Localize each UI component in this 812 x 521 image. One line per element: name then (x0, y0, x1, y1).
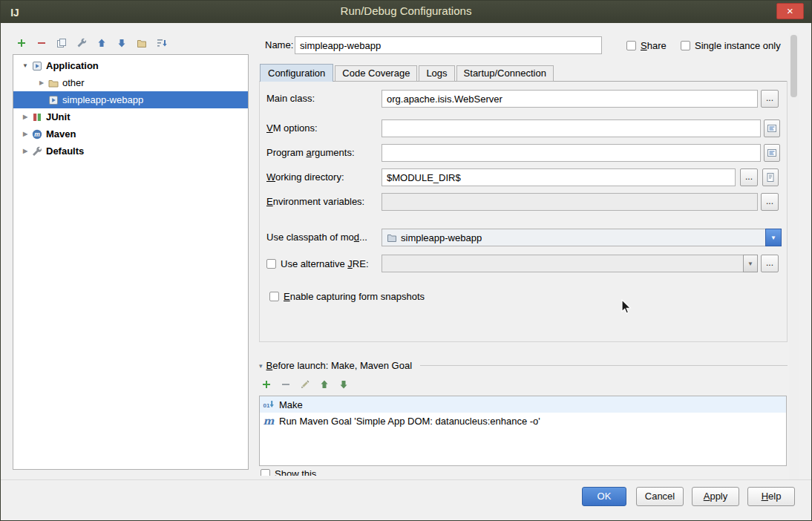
before-launch-section: ▾ Before launch: Make, Maven Goal (259, 360, 788, 371)
classpath-dropdown-button[interactable]: ▼ (765, 229, 782, 246)
ellipsis-icon: ... (766, 196, 773, 206)
sort-configurations-button[interactable] (156, 37, 168, 49)
before-launch-move-up-button[interactable] (318, 379, 330, 390)
before-launch-item-make[interactable]: 01 Make (260, 396, 786, 413)
svg-text:01: 01 (263, 402, 270, 409)
ellipsis-icon: ... (766, 93, 773, 103)
checkbox-box (261, 469, 270, 476)
expand-editor-icon (767, 123, 777, 134)
working-directory-input[interactable] (382, 168, 736, 186)
environment-variables-input[interactable] (382, 193, 758, 211)
tree-item-other[interactable]: ▶ other (13, 74, 248, 91)
vm-options-expand-button[interactable] (764, 119, 780, 137)
before-launch-add-button[interactable] (261, 379, 272, 390)
section-collapse-icon[interactable]: ▾ (259, 362, 263, 370)
insert-macro-button[interactable] (762, 168, 779, 186)
tree-item-application[interactable]: ▼ Application (13, 57, 248, 74)
alternative-jre-value[interactable] (382, 255, 743, 272)
before-launch-toolbar (261, 378, 350, 391)
copy-configuration-button[interactable] (56, 37, 68, 49)
checkbox-box (681, 41, 690, 50)
share-checkbox[interactable]: Share (626, 36, 667, 54)
vm-options-input[interactable] (382, 119, 761, 137)
main-class-input[interactable] (382, 90, 758, 108)
single-instance-checkbox[interactable]: Single instance only (681, 36, 781, 54)
cancel-button[interactable]: Cancel (636, 487, 684, 506)
working-directory-browse-button[interactable]: ... (740, 168, 758, 186)
before-launch-item-maven-goal[interactable]: m Run Maven Goal 'Simple App DOM: datanu… (260, 413, 786, 429)
ok-button[interactable]: OK (582, 487, 626, 506)
enable-snapshots-checkbox[interactable]: Enable capturing form snapshots (269, 287, 425, 305)
footer-divider (1, 479, 811, 480)
wrench-icon (76, 38, 87, 48)
pencil-icon (300, 379, 310, 390)
tab-startup-connection[interactable]: Startup/Connection (456, 65, 554, 82)
mouse-cursor (621, 299, 632, 315)
arrow-down-icon (117, 38, 127, 48)
tree-item-maven[interactable]: ▶ m Maven (13, 125, 248, 142)
single-instance-label: Single instance only (695, 40, 781, 51)
tree-item-simpleapp-webapp[interactable]: ▶ simpleapp-webapp (13, 91, 248, 108)
show-this-page-row: Show this (261, 468, 498, 476)
expand-editor-icon (767, 148, 777, 158)
ellipsis-icon: ... (745, 171, 753, 182)
chevron-collapsed-icon[interactable]: ▶ (19, 131, 31, 137)
tree-item-label: Maven (46, 128, 76, 140)
before-launch-title: Before launch: Make, Maven Goal (266, 360, 413, 371)
tree-item-label: simpleapp-webapp (62, 94, 143, 105)
svg-text:m: m (34, 131, 40, 138)
name-input[interactable] (295, 36, 602, 54)
tab-code-coverage[interactable]: Code Coverage (335, 65, 417, 82)
jre-dropdown-button[interactable]: ▼ (743, 255, 758, 272)
vm-options-label: VM options: (266, 119, 318, 137)
before-launch-move-down-button[interactable] (338, 379, 350, 390)
vertical-scrollbar[interactable] (789, 33, 799, 479)
help-button[interactable]: Help (747, 487, 795, 506)
main-class-label: Main class: (266, 90, 315, 108)
program-arguments-input[interactable] (382, 144, 761, 162)
create-folder-button[interactable] (136, 37, 148, 49)
edit-defaults-button[interactable] (76, 37, 88, 49)
tree-item-defaults[interactable]: ▶ Defaults (13, 142, 248, 160)
configurations-tree: ▼ Application ▶ other ▶ simpleapp-webapp… (13, 54, 249, 470)
chevron-expanded-icon[interactable]: ▼ (19, 62, 31, 69)
main-class-browse-button[interactable]: ... (761, 90, 779, 108)
minus-icon (36, 38, 47, 48)
chevron-down-icon: ▼ (770, 235, 776, 241)
environment-variables-browse-button[interactable]: ... (761, 193, 779, 211)
before-launch-list: 01 Make m Run Maven Goal 'Simple App DOM… (259, 396, 787, 466)
use-alternative-jre-checkbox[interactable]: Use alternative JRE: (266, 255, 369, 272)
run-debug-configurations-dialog: IJ Run/Debug Configurations × ▼ App (0, 0, 812, 521)
tab-logs[interactable]: Logs (419, 65, 454, 82)
add-configuration-button[interactable] (16, 37, 27, 49)
document-icon (765, 172, 776, 183)
show-this-page-checkbox-clipped[interactable]: Show this (261, 468, 498, 476)
move-down-button[interactable] (116, 37, 128, 49)
classpath-module-combobox[interactable]: simpleapp-webapp ▼ (382, 229, 782, 246)
chevron-collapsed-icon[interactable]: ▶ (19, 114, 31, 120)
sort-icon (157, 38, 167, 48)
before-launch-edit-button[interactable] (299, 379, 311, 390)
before-launch-remove-button[interactable] (280, 379, 292, 390)
share-label: Share (641, 40, 667, 51)
title-bar[interactable]: IJ Run/Debug Configurations × (1, 1, 811, 23)
application-icon (31, 60, 43, 72)
tab-configuration[interactable]: Configuration (260, 64, 333, 82)
alternative-jre-combobox[interactable]: ▼ (382, 255, 758, 272)
jre-browse-button[interactable]: ... (761, 255, 779, 272)
show-this-page-label: Show this (275, 468, 316, 476)
plus-icon (16, 38, 27, 48)
move-up-button[interactable] (96, 37, 108, 49)
tree-item-junit[interactable]: ▶ JUnit (13, 108, 248, 125)
chevron-collapsed-icon[interactable]: ▶ (36, 79, 48, 86)
close-button[interactable]: × (776, 3, 804, 19)
program-arguments-expand-button[interactable] (764, 144, 780, 162)
program-arguments-label: Program arguments: (266, 144, 355, 162)
enable-snapshots-label: Enable capturing form snapshots (284, 291, 425, 302)
classpath-module-value[interactable]: simpleapp-webapp (382, 229, 765, 246)
remove-configuration-button[interactable] (36, 37, 48, 49)
apply-button[interactable]: Apply (692, 487, 739, 506)
scrollbar-thumb[interactable] (790, 35, 797, 97)
chevron-collapsed-icon[interactable]: ▶ (19, 148, 31, 154)
plus-icon (261, 379, 272, 390)
